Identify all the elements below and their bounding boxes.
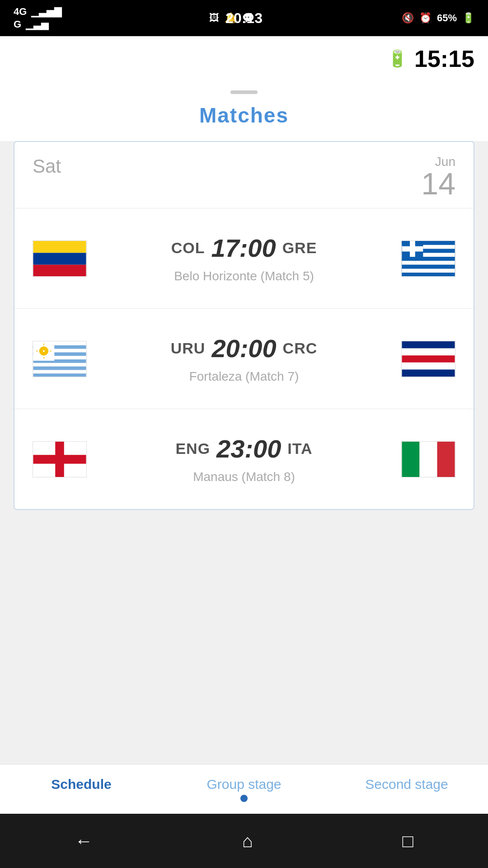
match-time-3: 23:00: [216, 434, 281, 463]
home-button[interactable]: ⌂: [242, 831, 253, 851]
match-time-1: 17:00: [211, 233, 276, 263]
nav-second-stage[interactable]: Second stage: [325, 768, 488, 811]
image-icon: 🖼: [209, 12, 219, 24]
svg-rect-12: [402, 273, 455, 276]
nav-group-stage-label: Group stage: [206, 777, 281, 792]
svg-rect-32: [402, 362, 455, 369]
svg-rect-0: [33, 241, 86, 253]
svg-rect-9: [402, 260, 455, 264]
nav-schedule[interactable]: Schedule: [0, 768, 163, 811]
svg-rect-21: [33, 373, 86, 377]
clock-icon: ⏰: [419, 12, 432, 24]
mute-icon: 🔇: [402, 12, 414, 24]
svg-rect-20: [33, 366, 86, 370]
match-info-2: URU 20:00 CRC Fortaleza (Match 7): [87, 334, 401, 384]
nav-dot-group: [240, 795, 248, 802]
match-row[interactable]: URU 20:00 CRC Fortaleza (Match 7): [14, 309, 474, 409]
team2-code-2: CRC: [283, 340, 318, 357]
match-venue-2: Fortaleza (Match 7): [87, 369, 401, 384]
team1-code: COL: [171, 239, 205, 257]
match-venue-3: Manaus (Match 8): [87, 470, 401, 484]
timer-display: 🔋 15:15: [387, 45, 474, 72]
status-left: 4G ▁▃▅▇ G ▁▃▅: [14, 6, 62, 30]
battery-green-icon: 🔋: [387, 49, 408, 68]
flag-costa-rica: [401, 341, 455, 377]
match-info-3: ENG 23:00 ITA Manaus (Match 8): [87, 434, 401, 484]
svg-rect-2: [33, 264, 86, 276]
main-card: Sat Jun 14 COL 17:00 GRE Belo Horizonte …: [14, 141, 474, 510]
timer-bar: 🔋 15:15: [0, 36, 488, 81]
svg-rect-39: [437, 442, 455, 477]
nav-group-stage[interactable]: Group stage: [163, 768, 325, 811]
signal-bars: ▁▃▅▇: [31, 6, 62, 18]
svg-rect-8: [402, 257, 455, 261]
date-header: Sat Jun 14: [14, 142, 474, 208]
nav-schedule-label: Schedule: [51, 777, 111, 792]
svg-rect-38: [420, 442, 437, 477]
match-score-line-1: COL 17:00 GRE: [87, 233, 401, 263]
signal-bars2: ▁▃▅: [26, 19, 49, 30]
status-right2: 🔇 ⏰ 65% 🔋: [402, 12, 474, 24]
battery-percent: 65%: [437, 12, 457, 24]
bottom-nav: Schedule Group stage Second stage: [0, 764, 488, 814]
svg-rect-36: [33, 455, 86, 464]
battery-icon: 🔋: [462, 12, 474, 24]
svg-point-24: [43, 350, 45, 352]
svg-rect-30: [402, 348, 455, 355]
team1-code-2: URU: [171, 340, 206, 357]
status-bar: 4G ▁▃▅▇ G ▁▃▅ 🖼 🔔 💬 20:13 🔇 ⏰ 65% 🔋: [0, 0, 488, 36]
android-nav: ← ⌂ □: [0, 814, 488, 868]
match-row[interactable]: ENG 23:00 ITA Manaus (Match 8): [14, 409, 474, 509]
match-row[interactable]: COL 17:00 GRE Belo Horizonte (Match 5): [14, 208, 474, 309]
page-title-area: Matches: [0, 81, 488, 141]
svg-rect-10: [402, 264, 455, 269]
svg-rect-37: [402, 442, 420, 477]
drag-handle: [230, 90, 258, 94]
system-time: 20:13: [225, 10, 263, 26]
flag-italy: [401, 441, 455, 477]
team2-code-3: ITA: [287, 440, 312, 458]
match-score-line-3: ENG 23:00 ITA: [87, 434, 401, 463]
date-right: Jun 14: [421, 156, 455, 199]
svg-rect-33: [402, 369, 455, 377]
match-venue-1: Belo Horizonte (Match 5): [87, 269, 401, 283]
team1-code-3: ENG: [175, 440, 210, 458]
page-title: Matches: [0, 103, 488, 127]
app-timer: 15:15: [414, 45, 474, 72]
flag-greece: [401, 241, 455, 277]
svg-rect-1: [33, 253, 86, 264]
back-button[interactable]: ←: [75, 831, 93, 851]
svg-rect-29: [402, 341, 455, 349]
date-day: Sat: [33, 156, 61, 177]
svg-rect-31: [402, 355, 455, 363]
date-num: 14: [421, 168, 455, 199]
recent-button[interactable]: □: [403, 831, 413, 851]
team2-code: GRE: [282, 239, 317, 257]
svg-rect-11: [402, 269, 455, 273]
status-center: 20:13: [225, 10, 263, 27]
signal-4g: 4G: [14, 6, 27, 18]
flag-england: [33, 441, 87, 477]
flag-colombia: [33, 241, 87, 277]
match-info-1: COL 17:00 GRE Belo Horizonte (Match 5): [87, 233, 401, 283]
match-time-2: 20:00: [211, 334, 276, 363]
svg-rect-15: [402, 246, 423, 251]
signal-g: G: [14, 19, 21, 30]
match-score-line-2: URU 20:00 CRC: [87, 334, 401, 363]
flag-uruguay: [33, 341, 87, 377]
nav-second-stage-label: Second stage: [365, 777, 448, 792]
